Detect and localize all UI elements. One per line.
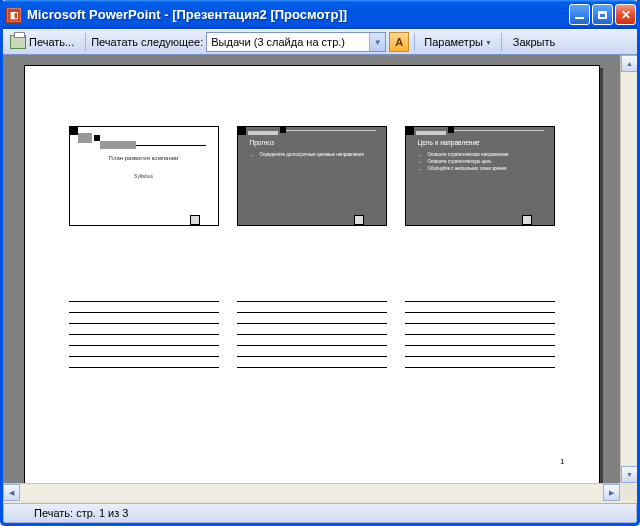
slide-title: Прогноз [238, 139, 386, 146]
horizontal-scrollbar[interactable]: ◀ ▶ [3, 483, 620, 500]
print-button[interactable]: Печать... [4, 32, 80, 52]
close-preview-button[interactable]: Закрыть [507, 33, 561, 51]
slide-thumbnail: Цель и направление Опишите стратегическо… [405, 126, 555, 226]
maximize-button[interactable] [592, 4, 613, 25]
bullet-item: Обоснуйте с нескольких точек зрения [428, 166, 546, 173]
vertical-scrollbar[interactable]: ▲ ▼ [620, 55, 637, 483]
slide-thumbnail: Прогноз Определите долгосрочные целевые … [237, 126, 387, 226]
separator [414, 33, 415, 51]
preview-viewport[interactable]: План развития компании Syllabus Прогноз … [3, 55, 620, 483]
orientation-letter: A [395, 36, 403, 48]
notes-lines [405, 301, 555, 378]
powerpoint-icon: ◧ [6, 7, 22, 23]
scroll-up-button[interactable]: ▲ [621, 55, 638, 72]
window-title: Microsoft PowerPoint - [Презентация2 [Пр… [27, 7, 569, 22]
bullet-item: Опишите стратегическую цель [428, 159, 546, 166]
combo-value: Выдачи (3 слайда на стр.) [211, 36, 369, 48]
separator [85, 33, 86, 51]
slide-bullets: Определите долгосрочные целевые направле… [238, 146, 386, 159]
options-label: Параметры [424, 36, 483, 48]
notes-lines-row [69, 301, 555, 378]
options-menu[interactable]: Параметры ▼ [420, 34, 496, 50]
scroll-right-button[interactable]: ▶ [603, 484, 620, 501]
slide-bullets: Опишите стратегическое направление Опиши… [406, 146, 554, 172]
page-number: 1 [560, 457, 564, 466]
window-buttons: ✕ [569, 4, 636, 25]
minimize-button[interactable] [569, 4, 590, 25]
status-bar: Печать: стр. 1 из 3 [3, 503, 637, 523]
slide-thumbnails-row: План развития компании Syllabus Прогноз … [69, 126, 555, 226]
separator [501, 33, 502, 51]
titlebar: ◧ Microsoft PowerPoint - [Презентация2 [… [0, 0, 640, 29]
notes-lines [237, 301, 387, 378]
print-what-combo[interactable]: Выдачи (3 слайда на стр.) ▼ [206, 32, 386, 52]
bullet-item: Определите долгосрочные целевые направле… [260, 152, 378, 159]
slide-thumbnail: План развития компании Syllabus [69, 126, 219, 226]
print-preview-toolbar: Печать... Печатать следующее: Выдачи (3 … [0, 29, 640, 55]
slide-title: Цель и направление [406, 139, 554, 146]
status-text: Печать: стр. 1 из 3 [34, 507, 128, 519]
close-button[interactable]: ✕ [615, 4, 636, 25]
scroll-left-button[interactable]: ◀ [3, 484, 20, 501]
workspace: План развития компании Syllabus Прогноз … [3, 55, 637, 500]
print-button-label: Печать... [29, 36, 74, 48]
slide-subtitle: Syllabus [70, 173, 218, 179]
orientation-button[interactable]: A [389, 32, 409, 52]
scroll-down-button[interactable]: ▼ [621, 466, 638, 483]
handout-page: План развития компании Syllabus Прогноз … [24, 65, 600, 483]
print-what-label: Печатать следующее: [91, 36, 203, 48]
scroll-track[interactable] [20, 484, 603, 500]
slide-title: План развития компании [70, 155, 218, 161]
printer-icon [10, 35, 26, 49]
bullet-item: Опишите стратегическое направление [428, 152, 546, 159]
chevron-down-icon: ▼ [485, 39, 492, 46]
scroll-track[interactable] [621, 72, 637, 466]
scroll-corner [620, 483, 637, 500]
notes-lines [69, 301, 219, 378]
close-label: Закрыть [513, 36, 555, 48]
chevron-down-icon: ▼ [369, 33, 385, 51]
